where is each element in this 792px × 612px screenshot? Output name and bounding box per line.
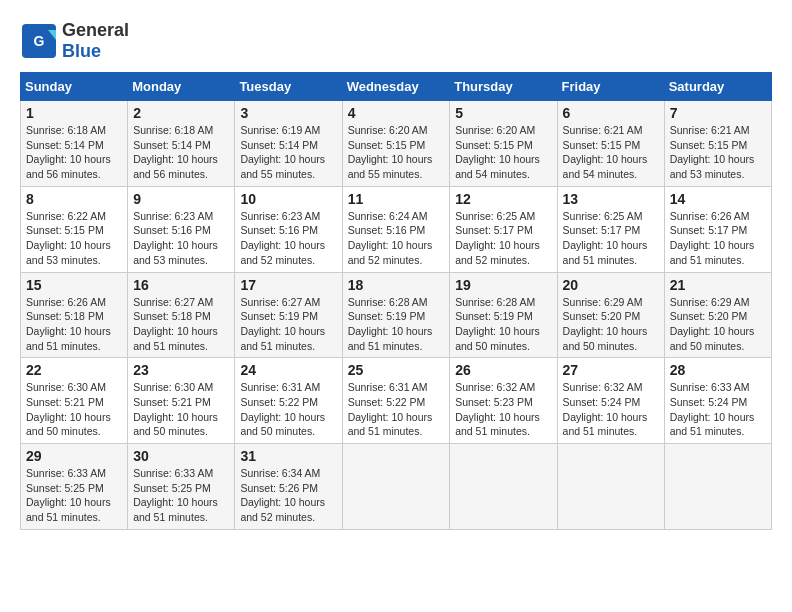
calendar-week-5: 29 Sunrise: 6:33 AMSunset: 5:25 PMDaylig… xyxy=(21,444,772,530)
day-info: Sunrise: 6:28 AMSunset: 5:19 PMDaylight:… xyxy=(348,296,433,352)
day-number: 2 xyxy=(133,105,229,121)
calendar-cell xyxy=(557,444,664,530)
calendar-week-3: 15 Sunrise: 6:26 AMSunset: 5:18 PMDaylig… xyxy=(21,272,772,358)
day-info: Sunrise: 6:25 AMSunset: 5:17 PMDaylight:… xyxy=(563,210,648,266)
day-info: Sunrise: 6:23 AMSunset: 5:16 PMDaylight:… xyxy=(133,210,218,266)
day-number: 9 xyxy=(133,191,229,207)
day-number: 21 xyxy=(670,277,766,293)
day-number: 31 xyxy=(240,448,336,464)
calendar-cell: 31 Sunrise: 6:34 AMSunset: 5:26 PMDaylig… xyxy=(235,444,342,530)
logo: G General Blue xyxy=(20,20,129,62)
calendar-cell: 5 Sunrise: 6:20 AMSunset: 5:15 PMDayligh… xyxy=(450,101,557,187)
day-number: 22 xyxy=(26,362,122,378)
day-number: 4 xyxy=(348,105,445,121)
day-info: Sunrise: 6:21 AMSunset: 5:15 PMDaylight:… xyxy=(563,124,648,180)
calendar-cell: 6 Sunrise: 6:21 AMSunset: 5:15 PMDayligh… xyxy=(557,101,664,187)
weekday-header-friday: Friday xyxy=(557,73,664,101)
day-info: Sunrise: 6:20 AMSunset: 5:15 PMDaylight:… xyxy=(455,124,540,180)
day-number: 29 xyxy=(26,448,122,464)
day-info: Sunrise: 6:24 AMSunset: 5:16 PMDaylight:… xyxy=(348,210,433,266)
day-info: Sunrise: 6:34 AMSunset: 5:26 PMDaylight:… xyxy=(240,467,325,523)
day-number: 25 xyxy=(348,362,445,378)
day-number: 19 xyxy=(455,277,551,293)
calendar-cell: 13 Sunrise: 6:25 AMSunset: 5:17 PMDaylig… xyxy=(557,186,664,272)
weekday-header-sunday: Sunday xyxy=(21,73,128,101)
calendar-cell: 12 Sunrise: 6:25 AMSunset: 5:17 PMDaylig… xyxy=(450,186,557,272)
day-info: Sunrise: 6:32 AMSunset: 5:23 PMDaylight:… xyxy=(455,381,540,437)
weekday-header-saturday: Saturday xyxy=(664,73,771,101)
calendar-week-4: 22 Sunrise: 6:30 AMSunset: 5:21 PMDaylig… xyxy=(21,358,772,444)
day-number: 11 xyxy=(348,191,445,207)
day-info: Sunrise: 6:19 AMSunset: 5:14 PMDaylight:… xyxy=(240,124,325,180)
day-info: Sunrise: 6:29 AMSunset: 5:20 PMDaylight:… xyxy=(670,296,755,352)
day-number: 10 xyxy=(240,191,336,207)
calendar-cell: 24 Sunrise: 6:31 AMSunset: 5:22 PMDaylig… xyxy=(235,358,342,444)
calendar-cell: 23 Sunrise: 6:30 AMSunset: 5:21 PMDaylig… xyxy=(128,358,235,444)
day-number: 14 xyxy=(670,191,766,207)
logo-icon: G xyxy=(20,22,58,60)
calendar-cell: 19 Sunrise: 6:28 AMSunset: 5:19 PMDaylig… xyxy=(450,272,557,358)
weekday-header-thursday: Thursday xyxy=(450,73,557,101)
day-number: 12 xyxy=(455,191,551,207)
page-header: G General Blue xyxy=(20,20,772,62)
day-info: Sunrise: 6:26 AMSunset: 5:17 PMDaylight:… xyxy=(670,210,755,266)
day-number: 20 xyxy=(563,277,659,293)
calendar-cell: 14 Sunrise: 6:26 AMSunset: 5:17 PMDaylig… xyxy=(664,186,771,272)
day-number: 1 xyxy=(26,105,122,121)
calendar-cell: 17 Sunrise: 6:27 AMSunset: 5:19 PMDaylig… xyxy=(235,272,342,358)
calendar-cell: 26 Sunrise: 6:32 AMSunset: 5:23 PMDaylig… xyxy=(450,358,557,444)
day-info: Sunrise: 6:31 AMSunset: 5:22 PMDaylight:… xyxy=(348,381,433,437)
calendar-cell: 7 Sunrise: 6:21 AMSunset: 5:15 PMDayligh… xyxy=(664,101,771,187)
calendar-cell: 29 Sunrise: 6:33 AMSunset: 5:25 PMDaylig… xyxy=(21,444,128,530)
day-info: Sunrise: 6:33 AMSunset: 5:24 PMDaylight:… xyxy=(670,381,755,437)
day-info: Sunrise: 6:26 AMSunset: 5:18 PMDaylight:… xyxy=(26,296,111,352)
calendar-cell: 2 Sunrise: 6:18 AMSunset: 5:14 PMDayligh… xyxy=(128,101,235,187)
calendar-cell: 8 Sunrise: 6:22 AMSunset: 5:15 PMDayligh… xyxy=(21,186,128,272)
weekday-header-row: SundayMondayTuesdayWednesdayThursdayFrid… xyxy=(21,73,772,101)
day-number: 18 xyxy=(348,277,445,293)
calendar-cell: 4 Sunrise: 6:20 AMSunset: 5:15 PMDayligh… xyxy=(342,101,450,187)
weekday-header-wednesday: Wednesday xyxy=(342,73,450,101)
day-number: 30 xyxy=(133,448,229,464)
logo-general: General xyxy=(62,20,129,41)
day-info: Sunrise: 6:30 AMSunset: 5:21 PMDaylight:… xyxy=(26,381,111,437)
day-info: Sunrise: 6:27 AMSunset: 5:18 PMDaylight:… xyxy=(133,296,218,352)
day-number: 6 xyxy=(563,105,659,121)
day-info: Sunrise: 6:20 AMSunset: 5:15 PMDaylight:… xyxy=(348,124,433,180)
calendar-cell: 1 Sunrise: 6:18 AMSunset: 5:14 PMDayligh… xyxy=(21,101,128,187)
calendar-cell: 22 Sunrise: 6:30 AMSunset: 5:21 PMDaylig… xyxy=(21,358,128,444)
calendar-cell: 30 Sunrise: 6:33 AMSunset: 5:25 PMDaylig… xyxy=(128,444,235,530)
day-number: 5 xyxy=(455,105,551,121)
day-info: Sunrise: 6:31 AMSunset: 5:22 PMDaylight:… xyxy=(240,381,325,437)
day-info: Sunrise: 6:29 AMSunset: 5:20 PMDaylight:… xyxy=(563,296,648,352)
day-number: 27 xyxy=(563,362,659,378)
calendar-cell: 25 Sunrise: 6:31 AMSunset: 5:22 PMDaylig… xyxy=(342,358,450,444)
day-info: Sunrise: 6:30 AMSunset: 5:21 PMDaylight:… xyxy=(133,381,218,437)
day-number: 7 xyxy=(670,105,766,121)
calendar-cell xyxy=(450,444,557,530)
calendar-cell: 16 Sunrise: 6:27 AMSunset: 5:18 PMDaylig… xyxy=(128,272,235,358)
day-number: 23 xyxy=(133,362,229,378)
day-number: 28 xyxy=(670,362,766,378)
day-info: Sunrise: 6:18 AMSunset: 5:14 PMDaylight:… xyxy=(26,124,111,180)
day-info: Sunrise: 6:22 AMSunset: 5:15 PMDaylight:… xyxy=(26,210,111,266)
logo-blue: Blue xyxy=(62,41,101,62)
calendar-cell xyxy=(664,444,771,530)
calendar-cell: 3 Sunrise: 6:19 AMSunset: 5:14 PMDayligh… xyxy=(235,101,342,187)
day-info: Sunrise: 6:18 AMSunset: 5:14 PMDaylight:… xyxy=(133,124,218,180)
weekday-header-monday: Monday xyxy=(128,73,235,101)
day-info: Sunrise: 6:32 AMSunset: 5:24 PMDaylight:… xyxy=(563,381,648,437)
calendar-week-2: 8 Sunrise: 6:22 AMSunset: 5:15 PMDayligh… xyxy=(21,186,772,272)
calendar-cell: 20 Sunrise: 6:29 AMSunset: 5:20 PMDaylig… xyxy=(557,272,664,358)
day-number: 3 xyxy=(240,105,336,121)
day-number: 8 xyxy=(26,191,122,207)
day-info: Sunrise: 6:33 AMSunset: 5:25 PMDaylight:… xyxy=(26,467,111,523)
calendar-cell: 18 Sunrise: 6:28 AMSunset: 5:19 PMDaylig… xyxy=(342,272,450,358)
calendar-table: SundayMondayTuesdayWednesdayThursdayFrid… xyxy=(20,72,772,530)
calendar-cell xyxy=(342,444,450,530)
calendar-cell: 21 Sunrise: 6:29 AMSunset: 5:20 PMDaylig… xyxy=(664,272,771,358)
calendar-cell: 9 Sunrise: 6:23 AMSunset: 5:16 PMDayligh… xyxy=(128,186,235,272)
day-number: 15 xyxy=(26,277,122,293)
day-info: Sunrise: 6:33 AMSunset: 5:25 PMDaylight:… xyxy=(133,467,218,523)
day-info: Sunrise: 6:27 AMSunset: 5:19 PMDaylight:… xyxy=(240,296,325,352)
